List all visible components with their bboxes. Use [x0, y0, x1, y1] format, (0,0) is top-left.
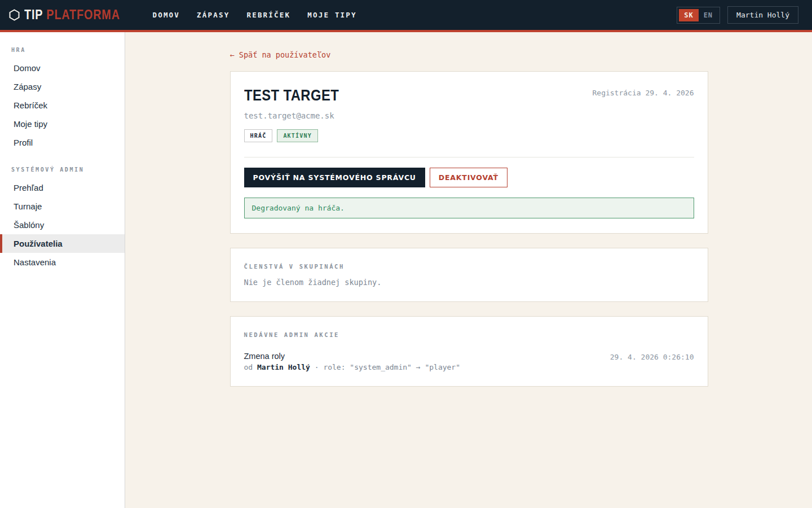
sidebar-item-moje-tipy[interactable]: Moje tipy	[0, 115, 125, 133]
role-badge: HRÁČ	[244, 129, 273, 142]
admin-actions-card-title: NEDÁVNE ADMIN AKCIE	[244, 331, 694, 338]
admin-action-details: Zmena roly od Martin Hollý · role: "syst…	[244, 352, 461, 371]
sidebar-item-turnaje[interactable]: Turnaje	[0, 197, 125, 216]
user-menu-button[interactable]: Martin Hollý	[727, 6, 798, 24]
action-detail: · role: "system_admin" → "player"	[315, 363, 460, 371]
main-content: ← Späť na používateľov TEST TARGET test.…	[126, 32, 812, 508]
sidebar-item-rebricek[interactable]: Rebríček	[0, 96, 125, 115]
user-identity: TEST TARGET test.target@acme.sk HRÁČ AKT…	[244, 86, 356, 142]
lang-option-en[interactable]: EN	[699, 9, 718, 21]
action-meta: od Martin Hollý · role: "system_admin" →…	[244, 363, 461, 371]
main-nav: DOMOV ZÁPASY REBRÍČEK MOJE TIPY	[152, 11, 356, 19]
sidebar-item-prehlad[interactable]: Prehľad	[0, 178, 125, 197]
nav-item-rebricek[interactable]: REBRÍČEK	[246, 11, 290, 19]
groups-card-title: ČLENSTVÁ V SKUPINÁCH	[244, 263, 694, 270]
sidebar-item-sablony[interactable]: Šablóny	[0, 216, 125, 234]
user-name: TEST TARGET	[244, 86, 339, 104]
promote-to-admin-button[interactable]: POVÝŠIŤ NA SYSTÉMOVÉHO SPRÁVCU	[244, 168, 425, 187]
logo[interactable]: TIP PLATFORMA	[9, 7, 135, 23]
deactivate-button[interactable]: DEAKTIVOVAŤ	[430, 168, 508, 187]
status-badge: AKTÍVNY	[277, 129, 318, 142]
language-toggle[interactable]: SK EN	[677, 7, 720, 24]
sidebar-section-title-admin: SYSTÉMOVÝ ADMIN	[0, 167, 125, 173]
logo-text-tip: TIP	[24, 7, 43, 22]
sidebar-section-title-hra: HRA	[0, 47, 125, 53]
user-card-header: TEST TARGET test.target@acme.sk HRÁČ AKT…	[244, 86, 694, 142]
logo-text-platforma: PLATFORMA	[46, 7, 120, 22]
nav-item-domov[interactable]: DOMOV	[152, 11, 180, 19]
success-flash-message: Degradovaný na hráča.	[244, 198, 694, 218]
sidebar-item-profil[interactable]: Profil	[0, 133, 125, 152]
sidebar-section-hra: HRA Domov Zápasy Rebríček Moje tipy Prof…	[0, 47, 125, 152]
badge-row: HRÁČ AKTÍVNY	[244, 129, 356, 142]
divider	[244, 157, 694, 157]
top-navbar: TIP PLATFORMA DOMOV ZÁPASY REBRÍČEK MOJE…	[0, 0, 812, 32]
sidebar-item-nastavenia[interactable]: Nastavenia	[0, 253, 125, 271]
user-actions-row: POVÝŠIŤ NA SYSTÉMOVÉHO SPRÁVCU DEAKTIVOV…	[244, 168, 694, 187]
action-timestamp: 29. 4. 2026 0:26:10	[610, 352, 694, 361]
groups-card: ČLENSTVÁ V SKUPINÁCH Nie je členom žiadn…	[230, 248, 708, 302]
user-email: test.target@acme.sk	[244, 111, 356, 120]
action-by-label: od	[244, 363, 253, 371]
lang-option-sk[interactable]: SK	[679, 9, 698, 21]
registration-date: Registrácia 29. 4. 2026	[592, 86, 694, 97]
admin-actions-card: NEDÁVNE ADMIN AKCIE Zmena roly od Martin…	[230, 316, 708, 387]
sidebar-item-pouzivatelia[interactable]: Používatelia	[0, 234, 125, 253]
sidebar-section-admin: SYSTÉMOVÝ ADMIN Prehľad Turnaje Šablóny …	[0, 167, 125, 271]
sidebar-item-domov[interactable]: Domov	[0, 59, 125, 77]
admin-action-entry: Zmena roly od Martin Hollý · role: "syst…	[244, 352, 694, 371]
nav-item-zapasy[interactable]: ZÁPASY	[197, 11, 230, 19]
sidebar: HRA Domov Zápasy Rebríček Moje tipy Prof…	[0, 32, 125, 508]
sidebar-item-zapasy[interactable]: Zápasy	[0, 77, 125, 96]
nav-item-moje-tipy[interactable]: MOJE TIPY	[307, 11, 357, 19]
back-link[interactable]: ← Späť na používateľov	[230, 50, 331, 59]
user-detail-card: TEST TARGET test.target@acme.sk HRÁČ AKT…	[230, 71, 708, 234]
hexagon-icon	[9, 9, 20, 21]
action-name: Zmena roly	[244, 352, 461, 361]
logo-text: TIP PLATFORMA	[24, 7, 120, 23]
content-column: ← Späť na používateľov TEST TARGET test.…	[230, 50, 708, 387]
action-actor: Martin Hollý	[257, 363, 310, 371]
groups-empty-text: Nie je členom žiadnej skupiny.	[244, 278, 694, 287]
navbar-right: SK EN Martin Hollý	[677, 6, 798, 24]
